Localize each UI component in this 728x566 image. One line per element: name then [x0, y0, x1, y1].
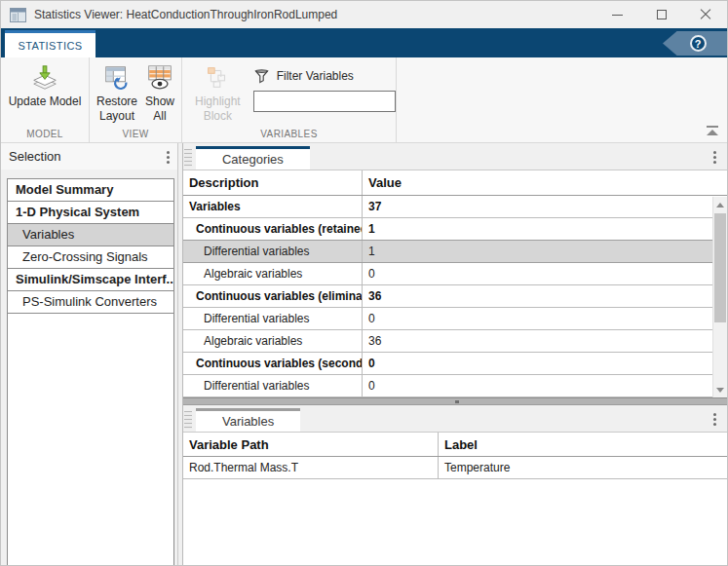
categories-menu-icon[interactable]	[712, 149, 716, 165]
show-all-label-line2: All	[153, 109, 166, 123]
collapse-ribbon-button[interactable]	[706, 126, 719, 137]
tab-variables[interactable]: Variables	[196, 408, 300, 432]
maximize-button[interactable]	[639, 1, 683, 28]
toolbar-section-view: Restore Layout	[90, 57, 182, 142]
filter-funnel-icon	[253, 68, 270, 85]
scroll-up-icon	[716, 203, 724, 208]
selection-menu-icon[interactable]	[166, 149, 170, 165]
section-label-variables: VARIABLES	[182, 129, 396, 139]
tab-statistics-label: STATISTICS	[19, 40, 83, 52]
update-model-label: Update Model	[9, 94, 82, 108]
section-label-view: VIEW	[90, 129, 181, 139]
restore-layout-label-line2: Layout	[99, 109, 134, 123]
title-bar: Statistics Viewer: HeatConductionThrough…	[1, 1, 727, 28]
filter-variables-group: Filter Variables	[253, 62, 396, 125]
variables-tab-strip: Variables	[183, 405, 727, 432]
help-icon: ?	[690, 35, 707, 52]
table-row[interactable]: Differential variables 0	[183, 375, 727, 397]
table-row[interactable]: Algebraic variables 36	[183, 330, 727, 353]
categories-scrollbar[interactable]	[712, 197, 727, 397]
show-all-icon	[145, 63, 174, 93]
scroll-up-button[interactable]	[713, 197, 727, 212]
horizontal-splitter[interactable]	[183, 397, 727, 405]
toolbar-empty-area	[397, 57, 727, 142]
update-model-button[interactable]: Update Model	[6, 62, 85, 110]
panel-drag-handle-icon[interactable]	[184, 411, 192, 429]
selection-item-model-summary[interactable]: Model Summary	[8, 179, 173, 202]
window-controls	[595, 1, 727, 28]
statistics-viewer-window: Statistics Viewer: HeatConductionThrough…	[0, 0, 728, 566]
main-area: Selection Model Summary 1-D Physical Sys…	[1, 143, 727, 566]
table-row[interactable]: Rod.Thermal Mass.T Temperature	[183, 457, 727, 479]
selection-panel-title: Selection	[9, 149, 166, 164]
minimize-button[interactable]	[595, 1, 639, 28]
restore-layout-label-line1: Restore	[96, 94, 137, 108]
tab-categories[interactable]: Categories	[196, 146, 310, 170]
selection-panel-header: Selection	[1, 143, 177, 170]
tab-variables-label: Variables	[222, 414, 274, 429]
table-row[interactable]: Continuous variables (retained) 1	[183, 218, 727, 241]
selection-item-ps-simulink-converters[interactable]: PS-Simulink Converters	[8, 291, 173, 314]
variables-menu-icon[interactable]	[712, 411, 716, 427]
table-row[interactable]: Continuous variables (elimina... 36	[183, 285, 727, 308]
column-header-description[interactable]: Description	[183, 170, 363, 195]
update-model-icon	[30, 63, 59, 93]
show-all-label-line1: Show	[145, 94, 174, 108]
scroll-down-button[interactable]	[713, 382, 727, 397]
scrollbar-thumb[interactable]	[714, 213, 726, 322]
highlight-block-icon	[203, 63, 232, 93]
section-label-model: MODEL	[1, 129, 89, 139]
selection-item-1d-physical-system[interactable]: 1-D Physical System	[8, 202, 173, 224]
column-header-variable-path[interactable]: Variable Path	[183, 433, 439, 456]
categories-table-header: Description Value	[183, 170, 727, 196]
splitter-grip-icon	[455, 400, 459, 403]
highlight-block-label-line2: Block	[204, 109, 232, 123]
toolbar: Update Model MODEL	[1, 57, 727, 143]
panel-drag-handle-icon[interactable]	[184, 149, 192, 167]
table-row-selected[interactable]: Differential variables 1	[183, 240, 727, 263]
right-panels: Categories Description Value Variables 3…	[182, 143, 727, 566]
filter-variables-input[interactable]	[253, 91, 396, 112]
restore-layout-button[interactable]: Restore Layout	[94, 62, 140, 125]
selection-item-variables[interactable]: Variables	[8, 224, 173, 246]
maximize-icon	[657, 10, 667, 19]
categories-table: Description Value Variables 37 Continuou…	[183, 170, 727, 397]
show-all-button[interactable]: Show All	[142, 62, 177, 125]
window-title: Statistics Viewer: HeatConductionThrough…	[34, 8, 595, 21]
table-row[interactable]: Variables 37	[183, 196, 727, 218]
column-header-value[interactable]: Value	[363, 170, 727, 195]
table-row[interactable]: Differential variables 0	[183, 308, 727, 330]
collapse-ribbon-icon	[707, 126, 718, 128]
selection-panel: Selection Model Summary 1-D Physical Sys…	[1, 143, 177, 566]
table-row[interactable]: Continuous variables (second... 0	[183, 353, 727, 375]
categories-tab-strip: Categories	[183, 143, 727, 170]
minimize-icon	[612, 15, 623, 16]
filter-variables-label: Filter Variables	[277, 69, 354, 83]
selection-item-zero-crossing-signals[interactable]: Zero-Crossing Signals	[8, 246, 173, 269]
app-window-icon	[10, 8, 26, 22]
table-row[interactable]: Algebraic variables 0	[183, 263, 727, 285]
toolbar-section-model: Update Model MODEL	[1, 57, 90, 142]
restore-layout-icon	[102, 63, 132, 93]
selection-item-simulink-simscape-interface[interactable]: Simulink/Simscape Interf...	[8, 269, 173, 291]
selection-list: Model Summary 1-D Physical System Variab…	[7, 178, 174, 566]
highlight-block-label-line1: Highlight	[195, 94, 241, 108]
variables-table: Variable Path Label Rod.Thermal Mass.T T…	[183, 432, 727, 566]
close-icon	[700, 9, 711, 20]
toolbar-section-variables: Highlight Block Filter Variables VAR	[182, 57, 397, 142]
tab-categories-label: Categories	[222, 152, 284, 167]
highlight-block-button[interactable]: Highlight Block	[192, 62, 244, 125]
scroll-down-icon	[716, 388, 724, 393]
ribbon-tab-strip: STATISTICS ?	[1, 28, 727, 57]
tab-statistics[interactable]: STATISTICS	[5, 30, 96, 57]
variables-table-header: Variable Path Label	[183, 433, 727, 457]
close-button[interactable]	[683, 1, 727, 28]
help-button[interactable]: ?	[663, 31, 727, 56]
column-header-label[interactable]: Label	[439, 433, 727, 456]
